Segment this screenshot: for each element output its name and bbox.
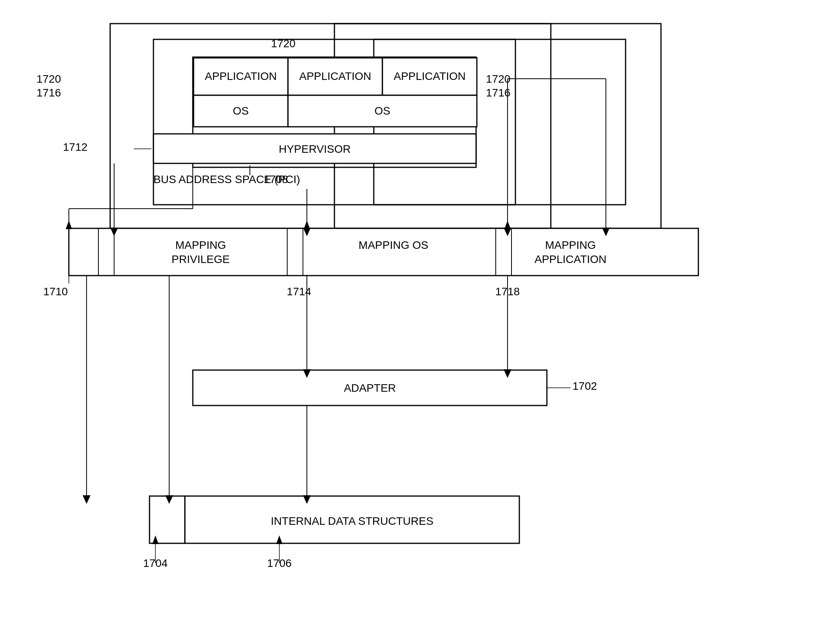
internal-data-label: INTERNAL DATA STRUCTURES: [271, 515, 433, 527]
ref-1720-top: 1720: [271, 37, 295, 50]
mapping-privilege-line1: MAPPING: [175, 239, 226, 251]
ref-1718: 1718: [495, 285, 520, 298]
left-down-arrowhead: [83, 495, 90, 504]
adapter-label: ADAPTER: [344, 382, 396, 394]
ref-1720-right: 1720: [486, 73, 510, 85]
diagram-container: APPLICATION APPLICATION APPLICATION OS O…: [0, 0, 840, 637]
ref-1712: 1712: [63, 141, 87, 153]
ref-1714: 1714: [287, 285, 311, 298]
os1-label: OS: [233, 105, 249, 117]
app1-label: APPLICATION: [205, 70, 277, 82]
hypervisor-label: HYPERVISOR: [279, 143, 351, 155]
app3-label: APPLICATION: [393, 70, 465, 82]
mapping-privilege-line2: PRIVILEGE: [172, 253, 230, 265]
ref-1716-left: 1716: [37, 87, 61, 99]
mapping-app-arrowhead: [504, 220, 511, 229]
mapping-os-line1: MAPPING OS: [358, 239, 428, 251]
mapping-os-arrowhead: [304, 220, 310, 229]
mapping-app-line2: APPLICATION: [534, 253, 606, 265]
internal-small-box: [150, 496, 185, 543]
ref-1702: 1702: [572, 380, 597, 392]
ref-1710: 1710: [43, 285, 68, 298]
app2-label: APPLICATION: [299, 70, 371, 82]
os2-label: OS: [375, 105, 390, 117]
mapping-table: [69, 228, 698, 276]
ref-1720-left: 1720: [37, 73, 61, 85]
ref-1716-right: 1716: [486, 87, 510, 99]
mapping-app-line1: MAPPING: [545, 239, 596, 251]
bus-ref: 1708: [264, 173, 288, 185]
